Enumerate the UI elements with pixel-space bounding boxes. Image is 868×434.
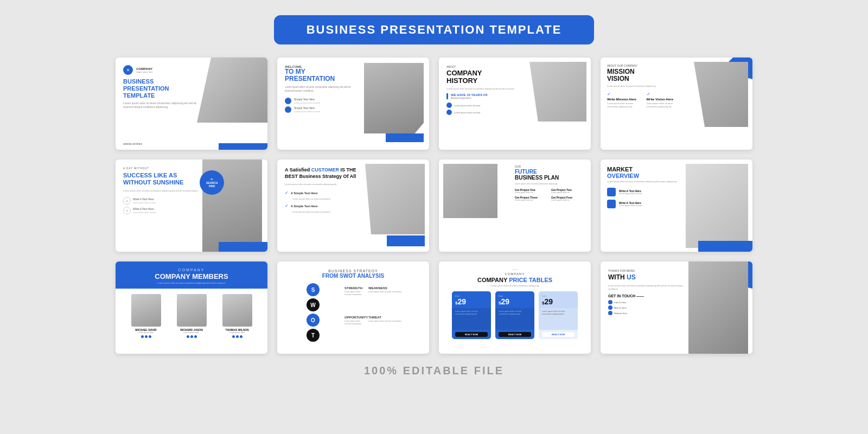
slide-12-small: THANKS FOR BEING <box>608 269 684 272</box>
price-2-cta[interactable]: REACT NOW <box>499 332 531 337</box>
swot-threat: THREAT Lorem ipsum dolor sit amet consec… <box>365 312 422 342</box>
slide-5[interactable]: 🔍SEARCHFIND A DAY WITHOUT SUCCESS LIKE A… <box>116 159 267 252</box>
slide-4-small: ABOUT OUR COMPANY <box>607 64 680 67</box>
slide-4-vision-label: Write Vision Here <box>647 98 681 101</box>
price-3-amount: $29 <box>542 297 575 306</box>
slide-6-check-icon-1: ✓ <box>285 190 289 195</box>
slide-12-photo <box>688 261 748 354</box>
price-3-cta[interactable]: REACT NOW <box>542 332 575 337</box>
slide-12-contact-3: Website Here <box>614 312 627 315</box>
slide-1-blue-bar <box>219 143 267 150</box>
swot-opportunity-text: Lorem ipsum dolor sit amet consectetur <box>344 320 362 326</box>
slide-6-check-icon-2: ✓ <box>285 203 289 208</box>
slide-8-item-2: Write A Text Here <box>619 201 642 205</box>
slide-6-photo <box>365 164 425 234</box>
slide-9-header: COMPANY COMPANY MEMBERS Lorem ipsum dolo… <box>116 261 267 289</box>
slide-10[interactable]: BUSINESS STRATEGY FROM SWOT ANALYSIS STR… <box>277 261 429 354</box>
slide-12[interactable]: THANKS FOR BEING WITH US Lorem ipsum dol… <box>601 261 752 354</box>
swot-s-letter: S <box>307 283 320 296</box>
slide-5-title: SUCCESS LIKE ASWITHOUT SUNSHINE <box>123 172 205 186</box>
slide-6-check-1: A Simple Text Here <box>291 192 318 195</box>
price-col-3: from $29 Lorem ipsum dolor sit amet cons… <box>539 291 578 339</box>
member-1-dot-2 <box>145 335 148 338</box>
member-1: MICHAEL DAVID Lorem ipsum dolor <box>131 294 161 338</box>
member-3-dot-2 <box>236 335 239 338</box>
slide-10-label: BUSINESS STRATEGY <box>285 269 422 273</box>
slide-3[interactable]: ABOUT COMPANYHISTORY Lorem ipsum dolor s… <box>439 58 591 150</box>
member-1-role: Lorem ipsum dolor <box>131 331 161 334</box>
slide-3-info-icon-2 <box>446 110 452 115</box>
slide-5-feat-icon-2: ⊙ <box>123 207 131 214</box>
slide-1-body: Lorem ipsum dolor sit amet consectetur a… <box>123 101 199 109</box>
slide-4-mission-text: Lorem ipsum dolor sit amet consectetur a… <box>607 102 641 108</box>
slide-6-check-2: A Simple Text Here <box>291 205 318 208</box>
company-name: COMPANY <box>136 67 153 71</box>
slide-1[interactable]: G COMPANY slogan goes here BUSINESSPRESE… <box>116 58 267 150</box>
slide-11-title: COMPANY PRICE TABLES <box>445 277 584 283</box>
slide-9[interactable]: COMPANY COMPANY MEMBERS Lorem ipsum dolo… <box>116 261 267 354</box>
member-3-dot-3 <box>240 335 242 338</box>
price-1-body: Lorem ipsum dolor sit amet consectetur a… <box>452 308 491 330</box>
slide-12-title: WITH US <box>608 274 684 281</box>
swot-strength-label: STRENGTH <box>344 286 362 290</box>
header-banner: BUSINESS PRESENTATION TEMPLATE <box>274 15 595 44</box>
slide-9-title: COMPANY MEMBERS <box>123 272 260 280</box>
slide-12-contact-icon-3 <box>608 311 612 315</box>
slide-2-photo <box>364 63 424 133</box>
slide-8-body: Lorem ipsum dolor sit amet consectetur a… <box>607 180 683 183</box>
swot-strength: STRENGTH Lorem ipsum dolor sit amet cons… <box>341 283 365 312</box>
footer-text: 100% EDITABLE FILE <box>364 365 504 377</box>
slide-6-title: A Satisfied CUSTOMER IS THE BEST Busines… <box>285 167 361 180</box>
slide-2-feat-2: Simple Text HereLorem ipsum dolor sit am… <box>294 106 320 113</box>
swot-opportunity-label: OPPORTUNITY <box>344 316 362 319</box>
slide-4-photo <box>694 62 748 127</box>
member-3-dot-1 <box>232 335 235 338</box>
slide-11[interactable]: • • • COMPANY COMPANY PRICE TABLES Lorem… <box>439 261 591 354</box>
slide-3-body: Lorem ipsum dolor sit amet consectetur a… <box>446 87 517 91</box>
slide-5-feat-icon-1: ⊙ <box>123 197 131 205</box>
slide-3-info-1: Lorem ipsum dolor sit amet <box>454 104 480 107</box>
swot-opportunity: OPPORTUNITY Lorem ipsum dolor sit amet c… <box>341 312 365 342</box>
slide-2-blue-accent <box>386 133 424 142</box>
slide-8[interactable]: MARKETOVERVIEW Lorem ipsum dolor sit ame… <box>601 159 752 252</box>
slide-7-title: FUTUREBUSINESS PLAN <box>515 169 585 181</box>
slide-10-header: BUSINESS STRATEGY FROM SWOT ANALYSIS <box>285 269 422 279</box>
slide-6-check-1-sub: Lorem ipsum dolor sit amet consectetur. <box>292 197 361 200</box>
slide-6[interactable]: A Satisfied CUSTOMER IS THE BEST Busines… <box>277 159 429 252</box>
slide-6-body: Lorem ipsum dolor sit amet consectetur a… <box>285 183 361 186</box>
price-col-2: from $29 Lorem ipsum dolor sit amet cons… <box>495 291 534 339</box>
member-3-role: Lorem ipsum dolor <box>222 331 252 334</box>
slide-4-check-2: ✓ <box>647 92 681 97</box>
slide-2[interactable]: WELCOME TO MYPRESENTATION Lorem ipsum do… <box>277 58 429 150</box>
price-col-1: from $29 Lorem ipsum dolor sit amet cons… <box>452 291 491 339</box>
member-2-role: Lorem ipsum dolor <box>177 331 207 334</box>
member-2-photo <box>177 294 207 327</box>
slide-7[interactable]: OUR FUTUREBUSINESS PLAN Lorem ipsum dolo… <box>439 159 591 252</box>
slide-8-item-1: Write A Text Here <box>619 189 642 193</box>
slide-3-small: ABOUT <box>446 65 517 68</box>
swot-w-letter: W <box>307 298 320 311</box>
slide-1-city-image <box>197 58 267 123</box>
swot-t-letter: T <box>307 329 320 342</box>
swot-weakness: WEAKNESS Lorem ipsum dolor sit amet cons… <box>365 283 422 312</box>
company-icon: G <box>123 65 133 75</box>
slide-7-photo <box>443 164 497 218</box>
swot-center: S W O T <box>285 283 341 342</box>
slide-10-title: FROM SWOT ANALYSIS <box>285 273 422 279</box>
member-1-dot-1 <box>141 335 144 338</box>
slide-5-blue-bar <box>219 242 267 252</box>
slide-4[interactable]: ABOUT OUR COMPANY MISSIONVISION Lorem ip… <box>601 58 752 150</box>
slide-5-body: Lorem ipsum dolor sit amet consectetur a… <box>123 189 205 193</box>
member-3-photo <box>222 294 252 327</box>
slide-8-icon-2 <box>607 200 616 208</box>
slide-4-vision-text: Lorem ipsum dolor sit amet consectetur a… <box>647 102 681 108</box>
member-2-dot-1 <box>187 335 189 338</box>
slides-grid: G COMPANY slogan goes here BUSINESSPRESE… <box>116 58 752 354</box>
price-2-body: Lorem ipsum dolor sit amet consectetur a… <box>495 308 534 330</box>
price-1-cta[interactable]: REACT NOW <box>455 332 488 337</box>
slide-8-photo <box>686 164 748 248</box>
price-2-amount: $29 <box>499 297 531 306</box>
member-1-photo <box>131 294 161 327</box>
slide-2-body: Lorem ipsum dolor sit amet consectetur a… <box>285 86 361 93</box>
slide-7-content: OUR FUTUREBUSINESS PLAN Lorem ipsum dolo… <box>515 165 585 201</box>
